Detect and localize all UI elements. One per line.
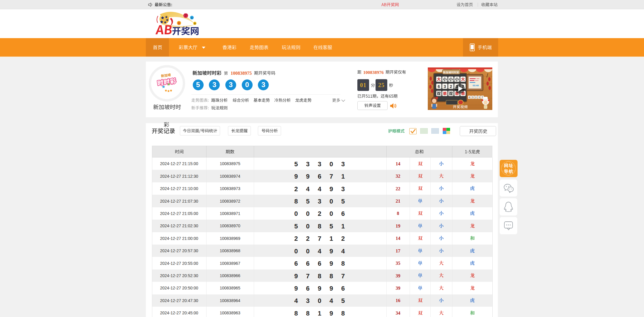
svg-text:8: 8 <box>191 16 192 19</box>
svg-text:6: 6 <box>178 22 180 25</box>
svg-text:3: 3 <box>444 84 446 89</box>
svg-text:3: 3 <box>472 96 473 99</box>
svg-text:3: 3 <box>478 96 480 99</box>
svg-text:6: 6 <box>438 84 440 89</box>
svg-text:2: 2 <box>450 84 452 89</box>
svg-text:03:48: 03:48 <box>473 84 479 87</box>
svg-text:9: 9 <box>194 22 196 25</box>
svg-text:7: 7 <box>185 14 187 17</box>
svg-text:2: 2 <box>475 96 476 99</box>
svg-text:7: 7 <box>481 96 483 99</box>
svg-text:6: 6 <box>469 96 470 99</box>
